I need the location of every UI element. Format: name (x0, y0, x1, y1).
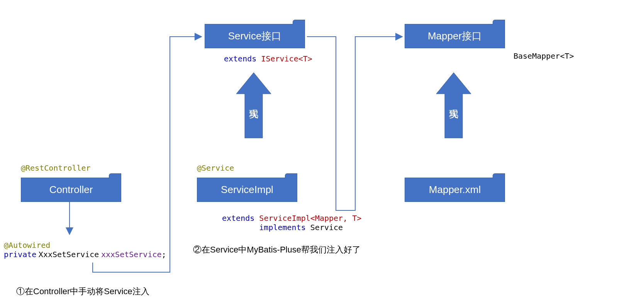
service-word: Service (310, 223, 343, 232)
service-impl-box: ServiceImpl (197, 178, 297, 202)
mapper-interface-box: Mapper接口 (405, 24, 505, 48)
service-annotation: @Service (197, 163, 234, 173)
serviceimpl-type: ServiceImpl<Mapper, T> (259, 214, 361, 223)
extends-iservice: extends IService<T> (224, 54, 312, 63)
private-keyword: private (4, 250, 36, 259)
controller-box: Controller (21, 178, 121, 202)
var-name: xxxSetService (101, 250, 162, 259)
controller-label: Controller (49, 184, 93, 196)
autowired-annotation: @Autowired (4, 241, 50, 250)
implement-arrow-2: 实现 (436, 73, 471, 138)
mapper-xml-label: Mapper.xml (429, 184, 481, 196)
type-name: XxxSetService (39, 250, 99, 259)
service-interface-label: Service接口 (228, 29, 282, 43)
iservice-type: IService<T> (261, 54, 312, 63)
extends-keyword-2: extends (222, 214, 254, 223)
rest-controller-annotation: @RestController (21, 163, 91, 173)
semicolon: ; (162, 250, 166, 259)
connectors (0, 0, 644, 305)
extends-serviceimpl: extends ServiceImpl<Mapper, T> implement… (222, 214, 361, 232)
mapper-interface-label: Mapper接口 (428, 29, 482, 43)
base-mapper-label: BaseMapper<T> (514, 51, 574, 61)
mapper-xml-box: Mapper.xml (405, 178, 505, 202)
implements-keyword: implements (259, 223, 305, 232)
implement-arrow-2-label: 实现 (447, 102, 460, 103)
extends-keyword-1: extends (224, 54, 256, 63)
note-2: ②在Service中MyBatis-Pluse帮我们注入好了 (193, 244, 361, 256)
implement-arrow-1-label: 实现 (247, 102, 260, 103)
note-1: ①在Controller中手动将Service注入 (16, 286, 149, 297)
implement-arrow-1: 实现 (236, 73, 271, 138)
autowired-code: @Autowired private XxxSetService xxxSetS… (4, 241, 166, 259)
service-impl-label: ServiceImpl (221, 184, 273, 196)
service-interface-box: Service接口 (205, 24, 305, 48)
